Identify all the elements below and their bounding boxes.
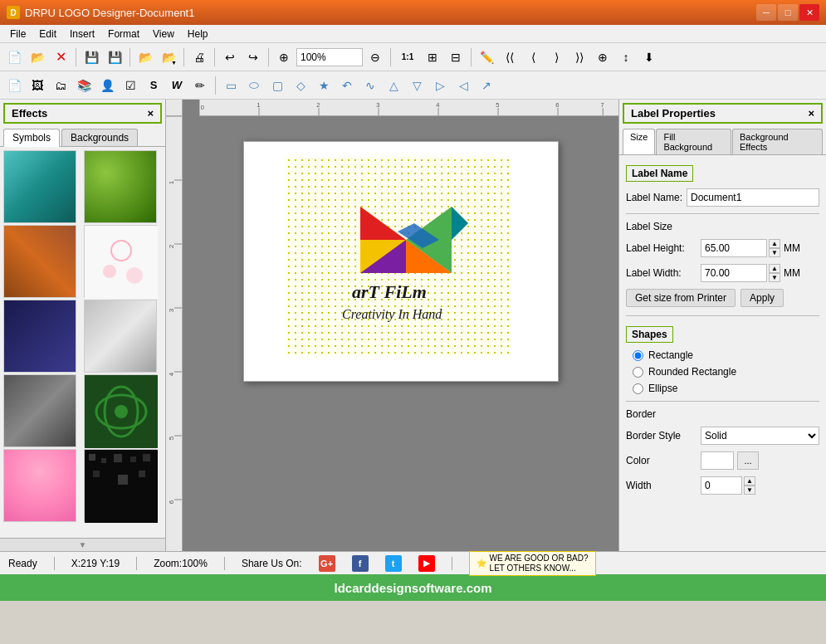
effect-thumb-8[interactable] xyxy=(84,374,157,447)
menu-help[interactable]: Help xyxy=(181,27,215,41)
undo-button[interactable]: ↩ xyxy=(219,46,241,68)
image-tool[interactable]: 🖼 xyxy=(27,75,48,96)
maximize-button[interactable]: □ xyxy=(778,4,798,21)
label-width-down[interactable]: ▼ xyxy=(769,273,780,282)
footer-url[interactable]: ldcarddesignsoftware.com xyxy=(334,581,491,595)
layers-tool[interactable]: 📚 xyxy=(73,75,95,96)
tab-symbols[interactable]: Symbols xyxy=(3,129,60,147)
canvas-viewport[interactable]: arT FiLm Creativity In Hand xyxy=(183,116,618,551)
status-sep4 xyxy=(452,557,452,570)
menu-file[interactable]: File xyxy=(3,27,32,41)
effect-thumb-9[interactable] xyxy=(3,449,76,522)
save-button[interactable]: 💾 xyxy=(81,46,102,68)
ellipse-tool[interactable]: ⬭ xyxy=(243,75,265,96)
open-button[interactable]: 📂 xyxy=(27,46,48,68)
document-canvas[interactable]: arT FiLm Creativity In Hand xyxy=(243,141,559,382)
get-size-button[interactable]: Get size from Printer xyxy=(626,289,736,307)
apply-button[interactable]: Apply xyxy=(740,289,784,307)
menu-insert[interactable]: Insert xyxy=(63,27,101,41)
effect-thumb-2[interactable] xyxy=(84,150,157,223)
radio-rounded-rectangle[interactable] xyxy=(633,367,643,378)
tab-backgrounds[interactable]: Backgrounds xyxy=(61,129,138,146)
close-doc-button[interactable]: ✕ xyxy=(50,46,71,68)
effect-thumb-5[interactable] xyxy=(3,300,76,373)
redo-button[interactable]: ↪ xyxy=(242,46,264,68)
nav-center[interactable]: ⊕ xyxy=(592,46,613,68)
radio-rectangle-label: Rectangle xyxy=(648,349,693,361)
arrow2-tool[interactable]: ◁ xyxy=(452,75,474,96)
nav-left2[interactable]: ⟨⟨ xyxy=(499,46,521,68)
wave-tool[interactable]: ∿ xyxy=(359,75,381,96)
effect-thumb-1[interactable] xyxy=(3,150,76,223)
curve-tool[interactable]: ↗ xyxy=(476,75,497,96)
border-width-up[interactable]: ▲ xyxy=(744,476,755,485)
props-close[interactable]: × xyxy=(808,107,814,120)
arrow-tool[interactable]: ▷ xyxy=(429,75,451,96)
text2-tool[interactable]: W xyxy=(166,75,188,96)
social-g-icon[interactable]: G+ xyxy=(319,555,335,572)
menu-format[interactable]: Format xyxy=(101,27,146,41)
border-width-down[interactable]: ▼ xyxy=(744,485,755,495)
nav-export[interactable]: ⬇ xyxy=(638,46,660,68)
arc-tool[interactable]: ↶ xyxy=(336,75,358,96)
bg-tool[interactable]: 🗂 xyxy=(50,75,71,96)
text-tool[interactable]: S xyxy=(143,75,164,96)
edit-btn1[interactable]: ✏️ xyxy=(476,46,497,68)
nav-right[interactable]: ⟩ xyxy=(545,46,567,68)
nav-right2[interactable]: ⟩⟩ xyxy=(569,46,590,68)
open2-button[interactable]: 📂 xyxy=(134,46,156,68)
tab-size[interactable]: Size xyxy=(623,129,655,154)
triangle2-tool[interactable]: ▽ xyxy=(406,75,428,96)
zoom-in-icon[interactable]: ⊕ xyxy=(273,46,295,68)
effect-thumb-3[interactable] xyxy=(3,225,76,298)
diamond-tool[interactable]: ◇ xyxy=(290,75,311,96)
label-name-input[interactable] xyxy=(687,188,819,207)
save2-button[interactable]: 💾 xyxy=(104,46,125,68)
select-tool[interactable]: 📄 xyxy=(3,75,25,96)
menu-view[interactable]: View xyxy=(146,27,181,41)
border-width-input[interactable] xyxy=(701,476,742,495)
social-y-icon[interactable]: ▶ xyxy=(418,555,435,572)
print-button[interactable]: 🖨 xyxy=(188,46,210,68)
border-style-select[interactable]: Solid Dashed Dotted None xyxy=(701,427,819,445)
check-tool[interactable]: ☑ xyxy=(120,75,141,96)
roundrect-tool[interactable]: ▢ xyxy=(266,75,288,96)
menu-edit[interactable]: Edit xyxy=(32,27,63,41)
svg-text:3: 3 xyxy=(376,101,379,109)
label-width-up[interactable]: ▲ xyxy=(769,264,780,273)
radio-rectangle[interactable] xyxy=(633,350,643,361)
close-button[interactable]: ✕ xyxy=(799,4,819,21)
nav-down[interactable]: ↕ xyxy=(615,46,637,68)
nav-left[interactable]: ⟨ xyxy=(522,46,544,68)
effect-thumb-7[interactable] xyxy=(3,374,76,447)
tab-fill-background[interactable]: Fill Background xyxy=(656,129,731,154)
rate-us-badge[interactable]: ⭐ WE ARE GOOD OR BAD?LET OTHERS KNOW... xyxy=(469,551,596,576)
effects-close[interactable]: × xyxy=(147,107,154,120)
pen-tool[interactable]: ✏ xyxy=(189,75,211,96)
effect-thumb-4[interactable] xyxy=(84,225,157,298)
social-t-icon[interactable]: t xyxy=(385,555,402,572)
new-button[interactable]: 📄 xyxy=(3,46,25,68)
rect-tool[interactable]: ▭ xyxy=(220,75,242,96)
label-height-down[interactable]: ▼ xyxy=(769,248,780,257)
radio-ellipse[interactable] xyxy=(633,383,643,394)
label-width-input[interactable] xyxy=(701,264,767,282)
label-height-up[interactable]: ▲ xyxy=(769,239,780,248)
zoom-input[interactable]: 100% xyxy=(296,48,363,66)
zoom-actual-button[interactable]: 1:1 xyxy=(395,46,420,68)
fit-button[interactable]: ⊞ xyxy=(422,46,443,68)
zoom-out-icon[interactable]: ⊖ xyxy=(364,46,386,68)
social-f-icon[interactable]: f xyxy=(352,555,369,572)
effect-thumb-10[interactable] xyxy=(84,449,157,522)
open3-button[interactable]: 📂▼ xyxy=(158,46,179,68)
border-color-picker-button[interactable]: ... xyxy=(737,451,759,470)
minimize-button[interactable]: ─ xyxy=(756,4,776,21)
effect-thumb-6[interactable] xyxy=(84,300,157,373)
user-tool[interactable]: 👤 xyxy=(96,75,118,96)
border-color-swatch[interactable] xyxy=(701,451,734,470)
star-tool[interactable]: ★ xyxy=(313,75,335,96)
grid-button[interactable]: ⊟ xyxy=(445,46,467,68)
label-height-input[interactable] xyxy=(701,239,767,257)
triangle-tool[interactable]: △ xyxy=(383,75,404,96)
tab-background-effects[interactable]: Background Effects xyxy=(732,129,823,154)
